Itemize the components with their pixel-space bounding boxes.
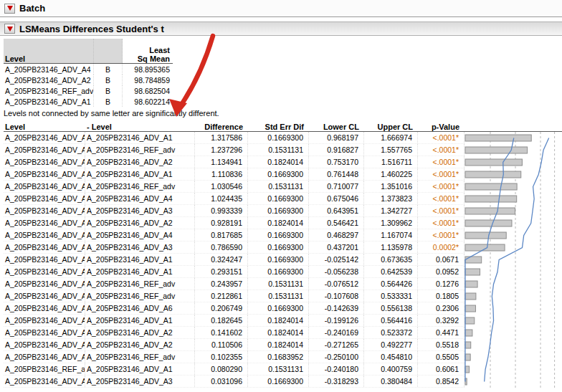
std-err-dif-cell: 0.1531131 (248, 144, 309, 156)
std-err-dif-cell: 0.1669300 (248, 168, 309, 180)
column-header-minus-level[interactable]: - Level (85, 123, 195, 131)
minus-level-cell: A_205PB23146_REF_adv (85, 351, 195, 363)
column-header-level[interactable]: Level (4, 39, 94, 63)
least-sq-mean-cell: 98.602214 (123, 97, 173, 106)
report-content: Level Least Sq Mean A_205PB23146_ADV_A4B… (0, 39, 562, 388)
level-cell: A_205PB23146_ADV_A4 (4, 64, 94, 75)
column-header-upper-cl[interactable]: Upper CL (364, 123, 418, 131)
p-value-cell: 0.3292 (418, 315, 465, 326)
column-header-p-value[interactable]: p-Value (418, 123, 465, 131)
level-cell: A_205PB23146_ADV_A5 (4, 132, 85, 143)
std-err-dif-cell: 0.1669300 (248, 193, 309, 204)
comparison-row[interactable]: A_205PB23146_ADV_A4A_205PB23146_ADV_A10.… (4, 266, 465, 278)
level-cell: A_205PB23146_ADV_A6 (4, 168, 85, 180)
difference-cell: 1.030546 (195, 181, 248, 192)
difference-cell: 0.817685 (195, 229, 248, 241)
comparison-row[interactable]: A_205PB23146_ADV_A4A_205PB23146_REF_adv0… (4, 290, 465, 302)
minus-level-cell: A_205PB23146_ADV_A1 (85, 266, 195, 277)
least-sq-mean-cell: 98.784859 (123, 76, 173, 85)
minus-level-cell: A_205PB23146_ADV_A1 (85, 254, 195, 265)
comparison-row[interactable]: A_205PB23146_REF_advA_205PB23146_ADV_A10… (4, 363, 465, 376)
connecting-letters-row[interactable]: A_205PB23146_ADV_A4B98.895365 (4, 64, 173, 75)
column-header-lower-cl[interactable]: Lower CL (309, 123, 364, 131)
red-triangle-icon (7, 27, 13, 32)
minus-level-cell: A_205PB23146_ADV_A2 (85, 217, 195, 229)
comparison-row[interactable]: A_205PB23146_ADV_A2A_205PB23146_ADV_A10.… (4, 315, 465, 327)
std-err-dif-cell: 0.1824014 (248, 156, 309, 168)
comparison-row[interactable]: A_205PB23146_ADV_A6A_205PB23146_REF_adv1… (4, 181, 465, 193)
comparison-row[interactable]: A_205PB23146_ADV_A5A_205PB23146_ADV_A41.… (4, 193, 465, 205)
comparison-row[interactable]: A_205PB23146_ADV_A3A_205PB23146_ADV_A20.… (4, 327, 465, 339)
difference-cell: 1.237296 (195, 144, 248, 156)
p-value-cell: 0.0671 (418, 254, 465, 265)
lower-cl-cell: -0.107608 (309, 290, 364, 302)
lower-cl-cell: -0.076512 (309, 278, 364, 290)
connecting-letters-table: Level Least Sq Mean A_205PB23146_ADV_A4B… (4, 39, 173, 107)
comparison-row[interactable]: A_205PB23146_ADV_A5A_205PB23146_REF_adv1… (4, 144, 465, 156)
connecting-letters-row[interactable]: A_205PB23146_ADV_A2B98.784859 (4, 75, 173, 85)
p-value-cell: 0.0002* (418, 242, 465, 253)
p-value-cell: 0.1276 (418, 278, 465, 290)
upper-cl-cell: 0.673635 (364, 254, 418, 265)
minus-level-cell: A_205PB23146_ADV_A1 (85, 132, 195, 143)
difference-bar (465, 208, 515, 214)
comparison-row[interactable]: A_205PB23146_ADV_A2A_205PB23146_REF_adv0… (4, 351, 465, 363)
comparison-row[interactable]: A_205PB23146_ADV_A6A_205PB23146_ADV_A30.… (4, 242, 465, 254)
connecting-letters-note: Levels not connected by same letter are … (4, 109, 562, 118)
std-err-dif-cell: 0.1824014 (248, 217, 309, 229)
upper-cl-cell: 1.351016 (364, 181, 418, 192)
column-header-difference[interactable]: Difference (195, 123, 248, 131)
level-cell: A_205PB23146_ADV_A3 (4, 278, 85, 290)
std-err-dif-cell: 0.1531131 (248, 363, 309, 375)
difference-cell: 0.206749 (195, 302, 248, 314)
upper-cl-cell: 0.642539 (364, 266, 418, 277)
lower-cl-cell: -0.318293 (309, 376, 364, 387)
std-err-dif-cell: 0.1824014 (248, 327, 309, 338)
connecting-letters-row[interactable]: A_205PB23146_REF_advB98.682504 (4, 85, 173, 96)
comparison-row[interactable]: A_205PB23146_ADV_A6A_205PB23146_ADV_A20.… (4, 217, 465, 229)
lsmeans-section-header: LSMeans Differences Student's t (0, 21, 562, 36)
comparison-row[interactable]: A_205PB23146_ADV_A4A_205PB23146_ADV_A30.… (4, 376, 465, 388)
comparison-row[interactable]: A_205PB23146_ADV_A6A_205PB23146_ADV_A40.… (4, 229, 465, 242)
std-err-dif-cell: 0.1824014 (248, 339, 309, 350)
lower-cl-cell: 0.916827 (309, 144, 364, 156)
comparison-row[interactable]: A_205PB23146_ADV_A5A_205PB23146_ADV_A11.… (4, 132, 465, 144)
lower-cl-cell: 0.437201 (309, 242, 364, 253)
column-header-letter[interactable] (94, 39, 123, 63)
comparison-row[interactable]: A_205PB23146_ADV_A5A_205PB23146_ADV_A21.… (4, 156, 465, 168)
comparison-row[interactable]: A_205PB23146_ADV_A6A_205PB23146_ADV_A11.… (4, 168, 465, 181)
comparison-row[interactable]: A_205PB23146_ADV_A5A_205PB23146_ADV_A30.… (4, 205, 465, 217)
column-header-level[interactable]: Level (4, 123, 85, 131)
level-cell: A_205PB23146_REF_adv (4, 363, 85, 375)
differences-bar-chart (465, 132, 561, 388)
level-cell: A_205PB23146_ADV_A4 (4, 266, 85, 277)
comparison-row[interactable]: A_205PB23146_ADV_A4A_205PB23146_ADV_A20.… (4, 339, 465, 351)
p-value-cell: <.0001* (418, 193, 465, 204)
lsmeans-red-triangle-menu-button[interactable] (4, 24, 15, 34)
level-cell: A_205PB23146_ADV_A6 (4, 242, 85, 253)
level-cell: A_205PB23146_ADV_A5 (4, 193, 85, 204)
difference-bar (465, 159, 522, 166)
lower-cl-cell: -0.240169 (309, 327, 364, 338)
minus-level-cell: A_205PB23146_ADV_A6 (85, 302, 195, 314)
comparison-row[interactable]: A_205PB23146_ADV_A3A_205PB23146_ADV_A10.… (4, 254, 465, 266)
comparisons-table: Level - Level Difference Std Err Dif Low… (4, 120, 562, 388)
connecting-letters-row[interactable]: A_205PB23146_ADV_A1B98.602214 (4, 96, 173, 107)
upper-cl-cell: 0.380484 (364, 376, 418, 387)
letter-cell: B (94, 64, 123, 75)
comparison-row[interactable]: A_205PB23146_ADV_A3A_205PB23146_REF_adv0… (4, 278, 465, 290)
level-cell: A_205PB23146_ADV_A6 (4, 181, 85, 192)
difference-cell: 0.928191 (195, 217, 248, 229)
column-header-std-err-dif[interactable]: Std Err Dif (248, 123, 309, 131)
connecting-letters-header: Level Least Sq Mean (4, 39, 173, 64)
p-value-cell: 0.5518 (418, 339, 465, 350)
batch-red-triangle-menu-button[interactable] (4, 4, 15, 14)
comparison-row[interactable]: A_205PB23146_ADV_A5A_205PB23146_ADV_A60.… (4, 302, 465, 315)
upper-cl-cell: 1.557765 (364, 144, 418, 156)
difference-bar (465, 232, 506, 239)
lower-cl-cell: -0.240180 (309, 363, 364, 375)
column-header-least-sq-mean[interactable]: Least Sq Mean (123, 39, 173, 63)
lower-cl-cell: 0.710077 (309, 181, 364, 192)
level-cell: A_205PB23146_ADV_A6 (4, 229, 85, 241)
p-value-cell: <.0001* (418, 205, 465, 216)
